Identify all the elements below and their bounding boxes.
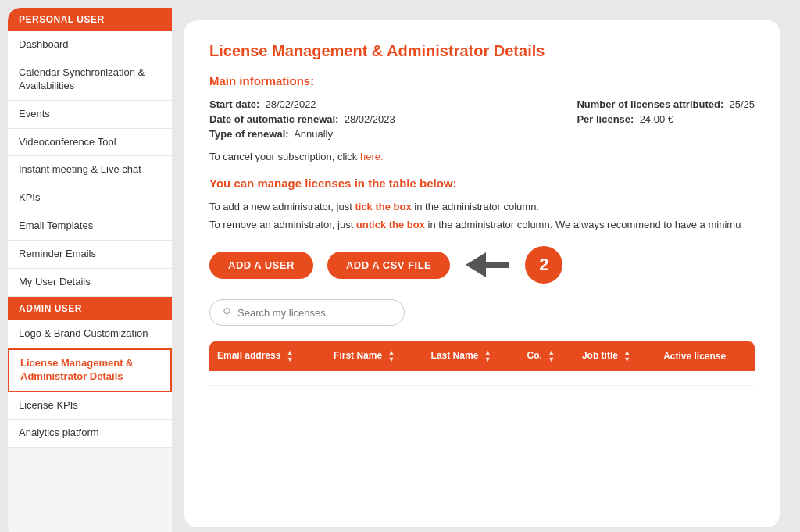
sort-icon-company: ▲▼ bbox=[548, 349, 555, 363]
start-date-row: Start date: 28/02/2022 bbox=[209, 98, 395, 110]
sidebar-item-email-templates[interactable]: Email Templates bbox=[8, 212, 172, 241]
cell-firstname bbox=[326, 371, 423, 386]
sort-icon-email: ▲▼ bbox=[287, 349, 294, 363]
sidebar: PERSONAL USER Dashboard Calendar Synchro… bbox=[8, 8, 172, 532]
th-first-name[interactable]: First Name ▲▼ bbox=[326, 341, 423, 371]
sidebar-item-license-kpis[interactable]: License KPIs bbox=[8, 392, 172, 420]
actions-row: ADD A USER ADD A CSV FILE 2 bbox=[209, 246, 755, 284]
start-date-value: 28/02/2022 bbox=[266, 98, 316, 110]
info-grid: Start date: 28/02/2022 Date of automatic… bbox=[209, 98, 755, 140]
renewal-date-value: 28/02/2023 bbox=[345, 113, 395, 125]
svg-marker-0 bbox=[466, 252, 509, 277]
search-box[interactable]: ⚲ bbox=[209, 299, 405, 326]
sidebar-item-dashboard[interactable]: Dashboard bbox=[8, 31, 172, 59]
info-left: Start date: 28/02/2022 Date of automatic… bbox=[209, 98, 395, 140]
sidebar-item-logo-brand[interactable]: Logo & Brand Customization bbox=[8, 320, 172, 348]
cell-jobtitle bbox=[574, 371, 655, 386]
th-last-name[interactable]: Last Name ▲▼ bbox=[423, 341, 520, 371]
add-user-button[interactable]: ADD A USER bbox=[209, 252, 313, 279]
sidebar-item-videoconference[interactable]: Videoconference Tool bbox=[8, 129, 172, 157]
cancel-text: To cancel your subscription, click here. bbox=[209, 151, 755, 162]
renewal-date-row: Date of automatic renewal: 28/02/2023 bbox=[209, 113, 395, 125]
content-card: License Management & Administrator Detai… bbox=[184, 20, 780, 527]
sort-icon-lastname: ▲▼ bbox=[484, 349, 491, 363]
renewal-date-label: Date of automatic renewal: bbox=[209, 113, 338, 125]
remove-admin-text: To remove an administrator, just untick … bbox=[209, 219, 755, 230]
search-icon: ⚲ bbox=[223, 305, 231, 320]
num-licenses-row: Number of licenses attributed: 25/25 bbox=[577, 98, 755, 110]
sidebar-item-analytics[interactable]: Analytics platform bbox=[8, 420, 172, 448]
sidebar-item-reminder-emails[interactable]: Reminder Emails bbox=[8, 241, 172, 269]
page-title: License Management & Administrator Detai… bbox=[209, 42, 755, 60]
cell-active bbox=[655, 371, 755, 386]
main-info-subtitle: Main informations: bbox=[209, 74, 755, 87]
start-date-label: Start date: bbox=[209, 98, 259, 110]
sidebar-item-license-management[interactable]: License Management & Administrator Detai… bbox=[8, 348, 172, 392]
per-license-label: Per license: bbox=[577, 113, 634, 125]
per-license-value: 24,00 € bbox=[640, 113, 673, 125]
num-licenses-value: 25/25 bbox=[729, 98, 755, 110]
sidebar-section-personal: PERSONAL USER bbox=[8, 8, 172, 31]
per-license-row: Per license: 24,00 € bbox=[577, 113, 755, 125]
add-admin-text: To add a new administrator, just tick th… bbox=[209, 201, 755, 212]
type-renewal-value: Annually bbox=[294, 128, 333, 140]
th-email[interactable]: Email address ▲▼ bbox=[209, 341, 326, 371]
licenses-table-wrapper: Email address ▲▼ First Name ▲▼ Last Name… bbox=[209, 341, 755, 515]
sort-icon-jobtitle: ▲▼ bbox=[623, 349, 630, 363]
search-input[interactable] bbox=[238, 307, 391, 319]
th-active-license[interactable]: Active license bbox=[655, 341, 755, 371]
sidebar-item-kpis[interactable]: KPIs bbox=[8, 184, 172, 212]
badge-number: 2 bbox=[525, 246, 562, 284]
info-right: Number of licenses attributed: 25/25 Per… bbox=[577, 98, 755, 140]
tick-box-highlight: tick the box bbox=[355, 201, 411, 212]
sidebar-item-events[interactable]: Events bbox=[8, 101, 172, 129]
table-header-row: Email address ▲▼ First Name ▲▼ Last Name… bbox=[209, 341, 755, 371]
cell-company bbox=[519, 371, 573, 386]
type-renewal-label: Type of renewal: bbox=[209, 128, 289, 140]
untick-box-highlight: untick the box bbox=[356, 219, 425, 230]
manage-section: You can manage licenses in the table bel… bbox=[209, 177, 755, 237]
sort-icon-firstname: ▲▼ bbox=[388, 349, 395, 363]
sidebar-item-instant-meeting[interactable]: Instant meeting & Live chat bbox=[8, 156, 172, 184]
licenses-table: Email address ▲▼ First Name ▲▼ Last Name… bbox=[209, 341, 755, 386]
th-company[interactable]: Co. ▲▼ bbox=[519, 341, 573, 371]
add-csv-button[interactable]: ADD A CSV FILE bbox=[327, 252, 450, 279]
type-renewal-row: Type of renewal: Annually bbox=[209, 128, 395, 140]
cell-lastname bbox=[423, 371, 520, 386]
manage-subtitle: You can manage licenses in the table bel… bbox=[209, 177, 755, 190]
app-container: PERSONAL USER Dashboard Calendar Synchro… bbox=[8, 8, 792, 532]
cell-email bbox=[209, 371, 326, 386]
sidebar-section-admin: ADMIN USER bbox=[8, 297, 172, 320]
arrow-left-icon bbox=[464, 249, 511, 280]
num-licenses-label: Number of licenses attributed: bbox=[577, 98, 723, 110]
sidebar-item-calendar[interactable]: Calendar Synchronization & Availabilitie… bbox=[8, 59, 172, 101]
main-area: License Management & Administrator Detai… bbox=[172, 8, 792, 532]
table-row bbox=[209, 371, 755, 386]
th-job-title[interactable]: Job title ▲▼ bbox=[574, 341, 655, 371]
sidebar-item-my-user-details[interactable]: My User Details bbox=[8, 269, 172, 297]
cancel-link[interactable]: here. bbox=[360, 151, 384, 162]
